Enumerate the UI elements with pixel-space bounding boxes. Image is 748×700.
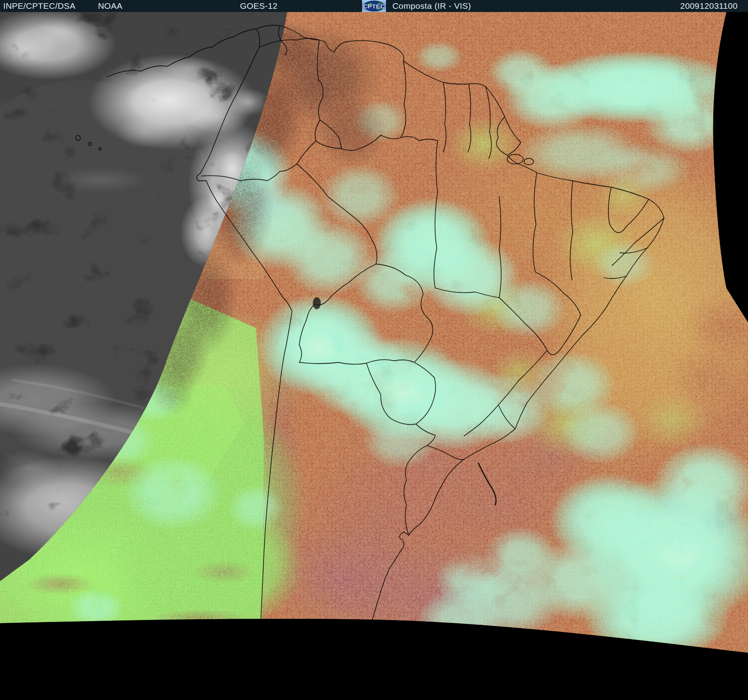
cptec-logo: CPTEC [362,0,386,14]
satellite-scene [0,0,748,700]
logo-text: CPTEC [363,3,385,10]
cptec-logo-svg: CPTEC [362,0,386,12]
timestamp-label: 200912031100 [680,0,738,12]
satellite-product-screen: INPE/CPTEC/DSA NOAA GOES-12 CPTEC Compos… [0,0,748,700]
header-bar: INPE/CPTEC/DSA NOAA GOES-12 CPTEC Compos… [0,0,748,12]
satellite-label: GOES-12 [240,0,278,12]
lake-titicaca [313,298,320,309]
noaa-label: NOAA [98,0,122,12]
agency-label: INPE/CPTEC/DSA [3,0,76,12]
product-label: Composta (IR - VIS) [392,0,471,12]
